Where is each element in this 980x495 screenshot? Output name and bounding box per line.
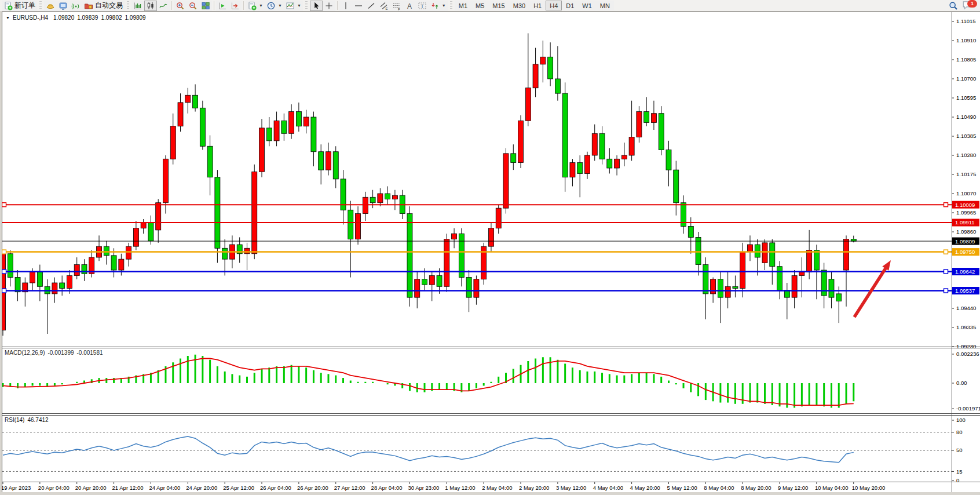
trend-arrow[interactable] xyxy=(854,260,891,317)
new-order-button[interactable]: 新订单 xyxy=(2,1,37,11)
chart-symbol-timeframe: EURUSD-,H4 xyxy=(13,14,48,21)
auto-trade-label: 自动交易 xyxy=(95,1,123,10)
bear-candle xyxy=(193,95,198,108)
tile-windows-button[interactable] xyxy=(199,1,212,11)
bull-candle xyxy=(621,155,627,159)
timeframe-button-M30[interactable]: M30 xyxy=(509,1,529,10)
timeframe-button-M5[interactable]: M5 xyxy=(471,1,488,10)
rsi-indicator-label: RSI(14) 46.7412 xyxy=(5,417,49,423)
line-chart-icon xyxy=(159,1,168,10)
bull-candle xyxy=(415,279,420,297)
deposit-button[interactable] xyxy=(44,1,57,11)
chart-close-value: 1.09809 xyxy=(125,14,146,21)
bar-chart-mode-button[interactable] xyxy=(131,1,144,11)
bear-candle xyxy=(777,267,782,290)
bull-candle xyxy=(356,214,361,239)
time-tick-label: 10 May 04:00 xyxy=(815,485,849,491)
price-tick-label: 1.09230 xyxy=(956,343,976,350)
timeframe-button-H4[interactable]: H4 xyxy=(546,1,562,10)
fibonacci-tool-button[interactable]: F xyxy=(390,1,403,11)
text-label-tool-button[interactable]: T xyxy=(416,1,429,11)
line-drag-handle[interactable] xyxy=(944,203,948,207)
line-drag-handle[interactable] xyxy=(2,289,6,293)
auto-scroll-button[interactable] xyxy=(216,1,229,11)
line-chart-mode-button[interactable] xyxy=(157,1,170,11)
toolbar-right-group: 1 xyxy=(948,1,978,11)
periods-button[interactable]: ▼ xyxy=(265,1,284,11)
price-tick-label: 1.10490 xyxy=(956,114,976,120)
timeframe-button-H1[interactable]: H1 xyxy=(529,1,546,10)
macd-signal-value: -0.001581 xyxy=(77,350,103,356)
auto-scroll-icon xyxy=(218,1,227,10)
cursor-icon xyxy=(312,1,321,10)
time-tick-label: 28 Apr 04:00 xyxy=(371,485,403,491)
timeframe-button-MN[interactable]: MN xyxy=(596,1,614,10)
bear-candle xyxy=(836,294,842,301)
time-tick-label: 1 May 12:00 xyxy=(445,485,475,491)
chart-shift-button[interactable] xyxy=(229,1,242,11)
notification-badge[interactable]: 1 xyxy=(967,0,977,8)
timeframe-button-M15[interactable]: M15 xyxy=(488,1,509,10)
bear-candle xyxy=(296,112,301,126)
crosshair-tool-button[interactable] xyxy=(323,1,335,11)
line-drag-handle[interactable] xyxy=(944,289,948,293)
time-tick-label: 26 Apr 04:00 xyxy=(260,485,291,491)
trendline-tool-button[interactable] xyxy=(365,1,378,11)
time-tick-label: 30 Apr 23:00 xyxy=(408,485,439,491)
price-tick-label: 1.11015 xyxy=(956,18,976,24)
bear-candle xyxy=(674,170,679,203)
fibonacci-icon: F xyxy=(392,1,401,10)
bull-candle xyxy=(452,234,457,239)
bull-candle xyxy=(126,246,131,259)
gold-ingot-icon xyxy=(46,1,55,10)
timeframe-button-M1[interactable]: M1 xyxy=(455,1,471,10)
line-drag-handle[interactable] xyxy=(944,250,948,254)
bear-candle xyxy=(562,93,568,177)
zoom-in-button[interactable] xyxy=(174,1,187,11)
auto-trade-button[interactable]: 自动交易 xyxy=(82,1,125,11)
bull-candle xyxy=(170,126,175,159)
line-drag-handle[interactable] xyxy=(944,270,948,274)
vertical-line-tool-button[interactable] xyxy=(339,1,352,11)
bear-candle xyxy=(548,57,553,79)
candlestick-mode-button[interactable] xyxy=(144,1,157,11)
signal-button[interactable] xyxy=(70,1,82,11)
bear-candle xyxy=(821,270,827,296)
rsi-axis-label: 0 xyxy=(956,477,959,483)
collapse-triangle-icon[interactable]: ▼ xyxy=(6,16,10,20)
bull-candle xyxy=(30,272,35,283)
publish-button[interactable] xyxy=(57,1,70,11)
bear-candle xyxy=(215,177,220,249)
line-drag-handle[interactable] xyxy=(2,250,6,254)
indicators-button[interactable]: ▼ xyxy=(284,1,303,11)
zoom-out-button[interactable] xyxy=(187,1,199,11)
horizontal-line-1.10009[interactable] xyxy=(2,203,952,207)
templates-button[interactable]: ▼ xyxy=(246,1,265,11)
toolbar-separator xyxy=(337,1,338,10)
bear-candle xyxy=(200,108,205,146)
chat-button[interactable]: 1 xyxy=(962,1,975,11)
text-tool-button[interactable]: A xyxy=(403,1,416,11)
bull-candle xyxy=(807,250,812,272)
timeframe-button-W1[interactable]: W1 xyxy=(578,1,596,10)
search-icon[interactable] xyxy=(948,1,959,11)
price-tick-label: 1.10175 xyxy=(956,171,976,177)
timeframe-button-D1[interactable]: D1 xyxy=(562,1,578,10)
arrows-tool-button[interactable]: ▼ xyxy=(429,1,448,11)
line-drag-handle[interactable] xyxy=(2,270,6,274)
time-tick-label: 5 May 12:00 xyxy=(667,485,697,491)
price-tick-label: 1.10280 xyxy=(956,152,976,158)
bear-candle xyxy=(111,256,116,270)
cursor-tool-button[interactable] xyxy=(310,1,323,11)
bull-candle xyxy=(429,275,434,285)
horizontal-line-icon xyxy=(354,1,363,10)
toolbar-separator xyxy=(214,1,214,10)
channel-tool-button[interactable]: E xyxy=(378,1,390,11)
horizontal-line-tool-button[interactable] xyxy=(352,1,365,11)
bull-candle xyxy=(67,275,72,288)
line-drag-handle[interactable] xyxy=(2,203,6,207)
bull-candle xyxy=(52,283,57,294)
bear-candle xyxy=(15,278,20,292)
bear-candle xyxy=(104,246,109,256)
chart-canvas[interactable]: 1.110151.109101.108051.107001.105951.104… xyxy=(0,0,980,495)
